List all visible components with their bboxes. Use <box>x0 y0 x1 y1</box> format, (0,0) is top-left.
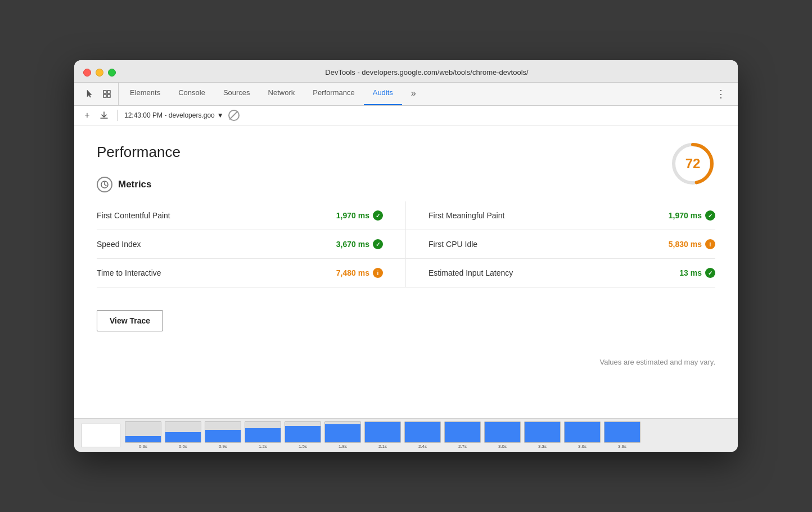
secondary-toolbar: + 12:43:00 PM - developers.goo ▼ <box>74 106 738 125</box>
metric-value: 3,670 ms ✓ <box>336 239 383 249</box>
filmstrip-item: 1.8s <box>324 421 361 449</box>
minimize-button[interactable] <box>96 69 103 77</box>
filmstrip-item: 3.6s <box>564 421 601 449</box>
filmstrip-item: 1.2s <box>245 421 281 449</box>
close-button[interactable] <box>83 69 91 77</box>
metric-first-meaningful-paint: First Meaningful Paint 1,970 ms ✓ <box>406 201 715 230</box>
check-icon: ✓ <box>373 210 383 221</box>
maximize-button[interactable] <box>108 69 116 77</box>
metric-time-to-interactive: Time to Interactive 7,480 ms i <box>97 259 406 288</box>
tab-audits[interactable]: Audits <box>364 83 402 105</box>
filmstrip-item: 0.9s <box>205 421 241 449</box>
inspect-icon[interactable] <box>100 87 114 101</box>
filmstrip-items: 0.3s 0.6s 0.9s 1.2s <box>125 421 640 449</box>
tab-performance[interactable]: Performance <box>304 83 363 105</box>
metric-estimated-input-latency: Estimated Input Latency 13 ms ✓ <box>406 259 715 288</box>
filmstrip-item: 2.4s <box>404 421 441 449</box>
cursor-icon[interactable] <box>83 87 97 101</box>
filmstrip-thumb[interactable] <box>604 421 640 443</box>
svg-rect-3 <box>107 95 110 97</box>
filmstrip-bar: 0.3s 0.6s 0.9s 1.2s <box>74 418 738 452</box>
audit-timestamp: 12:43:00 PM - developers.goo <box>124 111 215 119</box>
metric-value-text: 1,970 ms <box>336 211 369 220</box>
filmstrip-thumb[interactable] <box>484 421 521 443</box>
metrics-title: Metrics <box>118 179 152 190</box>
filmstrip-thumb[interactable] <box>324 421 361 443</box>
filmstrip-blank <box>81 424 120 447</box>
tab-sources[interactable]: Sources <box>214 83 259 105</box>
toolbar-divider <box>117 110 118 121</box>
metric-value-text: 13 ms <box>679 268 702 277</box>
metrics-header: Metrics <box>97 177 715 192</box>
title-bar: DevTools - developers.google.com/web/too… <box>74 60 738 83</box>
add-icon[interactable]: + <box>81 109 93 122</box>
metrics-icon <box>97 177 112 192</box>
metric-label: First CPU Idle <box>428 240 477 249</box>
svg-rect-1 <box>107 91 110 93</box>
devtools-icons-group <box>79 83 119 105</box>
filmstrip-thumb[interactable] <box>364 421 401 443</box>
filmstrip-item: 0.6s <box>165 421 201 449</box>
metric-label: First Meaningful Paint <box>428 211 504 220</box>
metric-value: 13 ms ✓ <box>679 268 715 278</box>
dropdown-arrow-icon: ▼ <box>217 111 224 119</box>
filmstrip-item: 0.3s <box>125 421 161 449</box>
filmstrip-thumb[interactable] <box>564 421 601 443</box>
filmstrip-item: 3.9s <box>604 421 640 449</box>
filmstrip-item: 2.1s <box>364 421 401 449</box>
filmstrip-item: 3.0s <box>484 421 521 449</box>
filmstrip-thumb[interactable] <box>524 421 561 443</box>
no-sign-icon <box>228 110 240 121</box>
svg-rect-0 <box>103 91 106 93</box>
metric-value: 5,830 ms i <box>669 239 715 249</box>
info-icon: i <box>705 239 715 249</box>
more-options-icon[interactable]: ⋮ <box>709 83 733 105</box>
info-icon: i <box>373 268 383 278</box>
filmstrip-item: 3.3s <box>524 421 561 449</box>
metric-label: Estimated Input Latency <box>428 268 513 277</box>
filmstrip-thumb[interactable] <box>285 421 321 443</box>
metric-label: First Contentful Paint <box>97 211 170 220</box>
download-icon[interactable] <box>98 109 110 122</box>
metric-value: 1,970 ms ✓ <box>669 210 715 221</box>
svg-rect-2 <box>103 95 106 97</box>
metric-value-text: 3,670 ms <box>336 240 369 249</box>
main-toolbar: Elements Console Sources Network Perform… <box>74 83 738 106</box>
metrics-grid: First Contentful Paint 1,970 ms ✓ First … <box>97 201 715 288</box>
view-trace-button[interactable]: View Trace <box>97 310 163 331</box>
window-title: DevTools - developers.google.com/web/too… <box>125 68 729 77</box>
audit-dropdown[interactable]: 12:43:00 PM - developers.goo ▼ <box>124 111 224 119</box>
check-icon: ✓ <box>705 268 715 278</box>
metric-value-text: 1,970 ms <box>669 211 702 220</box>
filmstrip-thumb[interactable] <box>404 421 441 443</box>
metric-value-text: 7,480 ms <box>336 268 369 277</box>
main-content: Performance 72 Metrics <box>74 125 738 418</box>
filmstrip-thumb[interactable] <box>125 421 161 443</box>
metric-label: Time to Interactive <box>97 268 161 277</box>
traffic-lights <box>83 69 116 77</box>
filmstrip-thumb[interactable] <box>205 421 241 443</box>
page-title: Performance <box>97 143 715 161</box>
metric-value-text: 5,830 ms <box>669 240 702 249</box>
metric-value: 1,970 ms ✓ <box>336 210 383 221</box>
tab-console[interactable]: Console <box>169 83 214 105</box>
disclaimer-text: Values are estimated and may vary. <box>600 358 715 366</box>
metric-speed-index: Speed Index 3,670 ms ✓ <box>97 230 406 259</box>
tab-network[interactable]: Network <box>259 83 304 105</box>
tabs-bar: Elements Console Sources Network Perform… <box>119 83 709 105</box>
check-icon: ✓ <box>705 210 715 221</box>
metric-value: 7,480 ms i <box>336 268 383 278</box>
filmstrip-thumb[interactable] <box>444 421 481 443</box>
metric-label: Speed Index <box>97 240 141 249</box>
check-icon: ✓ <box>373 239 383 249</box>
metrics-section: Metrics First Contentful Paint 1,970 ms … <box>97 177 715 288</box>
metric-first-cpu-idle: First CPU Idle 5,830 ms i <box>406 230 715 259</box>
tab-more[interactable]: » <box>402 83 425 105</box>
score-circle: 72 <box>670 141 715 186</box>
tab-elements[interactable]: Elements <box>121 83 169 105</box>
metric-first-contentful-paint: First Contentful Paint 1,970 ms ✓ <box>97 201 406 230</box>
filmstrip-thumb[interactable] <box>165 421 201 443</box>
filmstrip-item: 2.7s <box>444 421 481 449</box>
score-value: 72 <box>685 156 701 172</box>
filmstrip-thumb[interactable] <box>245 421 281 443</box>
